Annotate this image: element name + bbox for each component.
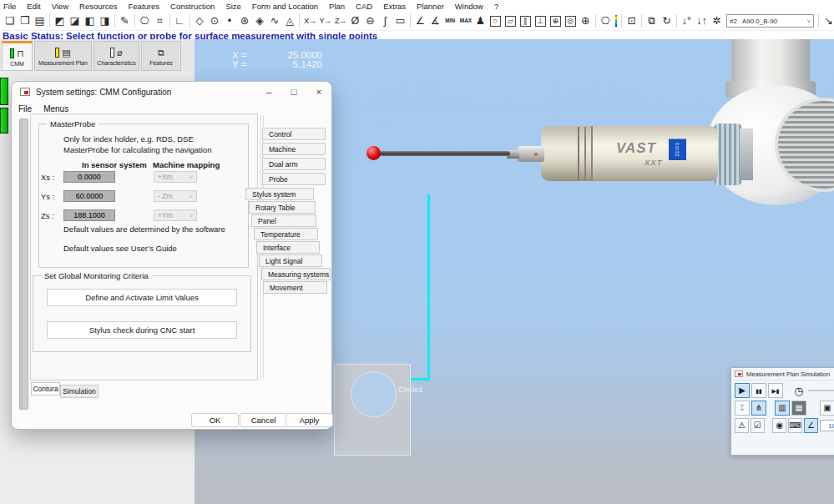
workpiece-edit-icon[interactable]: ◧ — [84, 16, 95, 27]
radius-size-icon[interactable]: ⊖ — [365, 16, 376, 27]
diameter-size-icon[interactable]: Ø — [350, 16, 361, 27]
temperature-range-icon[interactable]: ↓↑ — [696, 16, 707, 27]
clean-brush-icon[interactable]: ✎ — [119, 16, 130, 27]
side-button-probe[interactable]: Probe — [262, 173, 326, 185]
define-limit-values-button[interactable]: Define and Activate Limit Values — [47, 289, 237, 306]
menu-resources[interactable]: Resources — [79, 2, 117, 11]
menu-size[interactable]: Size — [225, 2, 240, 11]
menu-edit[interactable]: Edit — [27, 2, 40, 11]
simulation-panel-title-bar[interactable]: Measurement Plan Simulation — [731, 368, 834, 381]
menu-planner[interactable]: Planner — [417, 2, 444, 11]
min-size-icon[interactable]: MIN — [445, 18, 456, 24]
side-button-movement[interactable]: Movement — [263, 281, 327, 294]
dialog-menu-file[interactable]: File — [18, 104, 32, 113]
stylus-system-toggle-button[interactable]: ⋔ — [751, 401, 766, 416]
side-button-interface[interactable]: Interface — [256, 241, 320, 254]
x-value-icon[interactable]: X→ — [304, 18, 315, 25]
close-button[interactable]: × — [306, 83, 331, 101]
speed-value-input[interactable] — [820, 420, 834, 431]
feature-cube-icon[interactable]: ⎔ — [139, 16, 150, 27]
menu-construction[interactable]: Construction — [170, 2, 215, 11]
stylus-check-button[interactable]: Stylus check during CNC start — [47, 321, 237, 339]
simulation-window-icon[interactable]: ⊡ — [626, 16, 637, 27]
apply-button[interactable]: Apply — [286, 413, 333, 427]
menu-window[interactable]: Window — [455, 2, 483, 11]
angle-probe-button[interactable]: ∠ — [804, 418, 818, 433]
side-button-rotary-table[interactable]: Rotary Table — [249, 201, 316, 214]
save-icon[interactable]: ▤ — [34, 16, 45, 27]
rectangle-size-icon[interactable]: ▭ — [395, 16, 406, 27]
tab-characteristics[interactable]: ⌀ Characteristics — [94, 41, 139, 71]
workpiece-circle-hole[interactable] — [351, 371, 397, 417]
view-cube-icon[interactable]: ⎔ — [600, 16, 611, 27]
menu-extras[interactable]: Extras — [383, 2, 406, 11]
perpendicularity-tolerance-icon[interactable]: ⊥ — [535, 16, 546, 27]
menu-form-and-location[interactable]: Form and Location — [252, 2, 318, 11]
control-cabinet-toggle-button[interactable]: ▥ — [775, 401, 790, 416]
y-value-icon[interactable]: Y→ — [320, 18, 331, 25]
point-feature-icon[interactable]: • — [224, 16, 235, 27]
menu-help[interactable]: ? — [494, 2, 498, 11]
machine-table-toggle-button[interactable]: ▦ — [791, 401, 806, 416]
cone-feature-icon[interactable]: ◬ — [284, 16, 295, 27]
freeform-size-icon[interactable]: ʃ — [380, 16, 391, 27]
tab-simulation[interactable]: Simulation — [60, 385, 99, 398]
collision-eye-button[interactable]: ◉ — [772, 418, 786, 433]
side-button-light-signal[interactable]: Light Signal — [259, 255, 322, 267]
angle-between-icon[interactable]: ∡ — [430, 16, 441, 27]
side-button-dual-arm[interactable]: Dual arm — [262, 158, 326, 170]
dialog-scrollbar[interactable] — [19, 118, 28, 410]
xs-input[interactable] — [63, 171, 115, 183]
probe-angle-icon[interactable]: ↘ — [823, 16, 834, 27]
play-button[interactable]: ▶ — [735, 383, 750, 398]
workpiece[interactable] — [334, 364, 411, 456]
tab-features[interactable]: ⧉ Features — [141, 41, 181, 71]
pause-button[interactable]: ▮▮ — [751, 383, 766, 398]
parallelism-tolerance-icon[interactable]: ∥ — [520, 16, 531, 27]
max-size-icon[interactable]: MAX — [460, 18, 471, 24]
menu-plan[interactable]: Plan — [329, 2, 345, 11]
dialog-title-bar[interactable]: System settings: CMM Configuration – □ × — [12, 82, 331, 102]
plane-feature-icon[interactable]: ◇ — [194, 16, 205, 27]
monitor-check-button[interactable]: ☑ — [751, 418, 765, 433]
temperature-low-icon[interactable]: ↓° — [681, 16, 692, 27]
position-tolerance-icon[interactable]: ⊕ — [550, 16, 561, 27]
control-panel-button[interactable]: ⌨ — [788, 418, 802, 433]
rotate-view-icon[interactable]: ↻ — [661, 16, 672, 27]
cancel-button[interactable]: Cancel — [240, 413, 287, 427]
menu-features[interactable]: Features — [129, 2, 160, 11]
probe-direction-icon[interactable]: ✲ — [711, 16, 722, 27]
roundness-tolerance-icon[interactable]: ○ — [490, 16, 501, 27]
menu-view[interactable]: View — [52, 2, 68, 11]
workpiece-manage-icon[interactable]: ◨ — [99, 16, 110, 27]
datum-operator-icon[interactable]: ♟ — [475, 16, 486, 27]
workpiece-translate-icon[interactable]: ◩ — [54, 16, 65, 27]
new-document-icon[interactable]: ❏ — [4, 16, 15, 27]
maximize-button[interactable]: □ — [281, 83, 306, 101]
angle-size-icon[interactable]: ∠ — [415, 16, 426, 27]
symmetry-feature-icon[interactable]: ◈ — [254, 16, 265, 27]
minimize-button[interactable]: – — [256, 83, 281, 101]
sphere-feature-icon[interactable]: ⊛ — [239, 16, 250, 27]
stylus-toggle-button[interactable]: ↧ — [735, 401, 750, 416]
cmm-machine-toggle-button[interactable]: ▣ — [820, 401, 834, 416]
true-position-icon[interactable]: ⊕ — [580, 16, 591, 27]
side-button-measuring-systems[interactable]: Measuring systems — [261, 268, 331, 280]
side-button-panel[interactable]: Panel — [251, 214, 316, 227]
tab-measurement-plan[interactable]: ▤ Measurement Plan — [34, 41, 92, 71]
dialog-menu-menus[interactable]: Menus — [43, 104, 68, 113]
side-button-temperature[interactable]: Temperature — [254, 228, 318, 240]
tab-contura[interactable]: Contura — [31, 382, 60, 396]
curve-feature-icon[interactable]: ∿ — [269, 16, 280, 27]
probe-angle-select[interactable]: #2 A90.0_B-90 ˅ — [726, 14, 814, 28]
tab-cmm[interactable]: ⊓ CMM — [2, 41, 33, 71]
step-forward-button[interactable]: ▶▮ — [768, 383, 783, 398]
side-button-stylus-system[interactable]: Stylus system — [245, 188, 314, 200]
side-button-control[interactable]: Control — [262, 128, 326, 140]
ok-button[interactable]: OK — [191, 413, 239, 427]
coordinate-system-icon[interactable]: ∟ — [174, 16, 185, 27]
menu-file[interactable]: File — [3, 2, 16, 11]
menu-cad[interactable]: CAD — [356, 2, 372, 11]
open-plan-icon[interactable]: ❒ — [19, 16, 30, 27]
ys-input[interactable] — [63, 190, 115, 202]
